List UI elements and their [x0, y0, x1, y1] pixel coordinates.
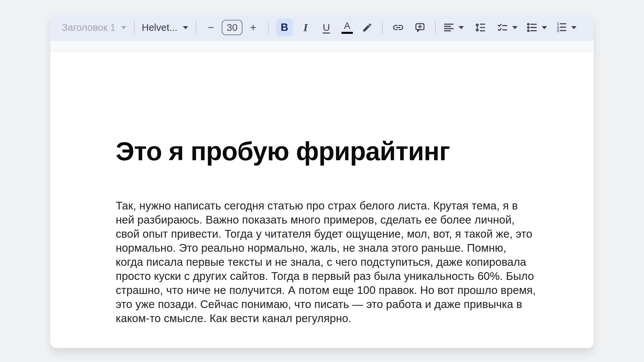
chevron-down-icon [512, 26, 518, 29]
insert-link-button[interactable] [390, 19, 406, 36]
toolbar-divider [268, 21, 269, 34]
font-size-input[interactable]: 30 [222, 20, 243, 35]
text-color-swatch [341, 32, 353, 34]
svg-text:3: 3 [557, 29, 559, 33]
editor-card: Заголовок 1 Helvet... − 30 + B I U A [50, 14, 594, 348]
underline-button[interactable]: U [318, 19, 334, 36]
chevron-down-icon [459, 26, 464, 29]
formatting-toolbar: Заголовок 1 Helvet... − 30 + B I U A [50, 14, 594, 41]
checklist-icon [497, 22, 508, 33]
chevron-down-icon [183, 26, 188, 29]
add-comment-button[interactable] [412, 19, 428, 36]
toolbar-divider [196, 21, 196, 34]
numbered-list-icon: 1 2 3 [556, 22, 567, 33]
heading-style-label: Заголовок 1 [62, 22, 116, 33]
toolbar-divider [382, 21, 383, 34]
chevron-down-icon [542, 26, 547, 29]
toolbar-divider [134, 21, 135, 34]
add-comment-icon [414, 22, 426, 33]
bold-button[interactable]: B [276, 19, 293, 36]
toolbar-divider [435, 21, 436, 34]
font-family-dropdown[interactable]: Helvet... [142, 19, 188, 36]
bulleted-list-icon [526, 22, 538, 33]
text-align-dropdown[interactable] [443, 19, 464, 36]
editor-window: Заголовок 1 Helvet... − 30 + B I U A [0, 0, 644, 362]
line-spacing-icon [475, 22, 486, 33]
toolbar-substrip [50, 41, 594, 51]
text-color-label: A [344, 21, 351, 31]
insert-link-icon [392, 21, 404, 34]
line-spacing-button[interactable] [473, 19, 488, 36]
chevron-down-icon [121, 26, 126, 29]
italic-button[interactable]: I [298, 19, 314, 36]
document-paragraph[interactable]: Так, нужно написать сегодня статью про с… [116, 199, 537, 325]
numbered-list-dropdown[interactable]: 1 2 3 [556, 19, 577, 36]
highlight-button[interactable] [360, 19, 375, 36]
chevron-down-icon [571, 26, 577, 29]
bulleted-list-dropdown[interactable] [526, 19, 547, 36]
checklist-dropdown[interactable] [497, 19, 518, 36]
increase-font-size-button[interactable]: + [246, 19, 261, 36]
align-left-icon [443, 22, 454, 33]
font-family-label: Helvet... [142, 22, 177, 33]
document-canvas[interactable]: Это я пробую фрирайтинг Так, нужно напис… [50, 51, 594, 348]
document-title[interactable]: Это я пробую фрирайтинг [116, 136, 537, 167]
highlighter-pen-icon [362, 22, 373, 33]
decrease-font-size-button[interactable]: − [204, 19, 218, 36]
text-color-button[interactable]: A [339, 19, 355, 36]
heading-style-dropdown[interactable]: Заголовок 1 [62, 19, 126, 36]
